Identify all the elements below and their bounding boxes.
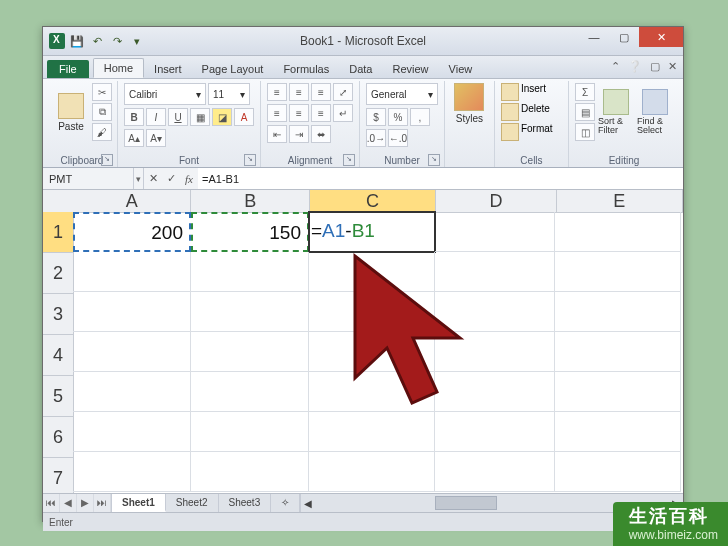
select-all-button[interactable] [43, 190, 74, 213]
cell-B1[interactable]: 150 [191, 212, 309, 252]
prev-sheet-icon[interactable]: ◀ [60, 494, 77, 512]
cell-A6[interactable] [73, 412, 191, 452]
save-icon[interactable]: 💾 [69, 33, 85, 49]
maximize-button[interactable]: ▢ [609, 27, 639, 47]
border-button[interactable]: ▦ [190, 108, 210, 126]
increase-decimal-button[interactable]: .0→ [366, 129, 386, 147]
mdi-close-icon[interactable]: ✕ [668, 60, 677, 73]
cell-C2[interactable] [309, 252, 435, 292]
styles-button[interactable]: Styles [451, 83, 488, 124]
name-box-input[interactable] [43, 173, 133, 185]
comma-button[interactable]: , [410, 108, 430, 126]
autosum-button[interactable]: Σ [575, 83, 595, 101]
cells-grid[interactable]: 200150=A1-B1 [73, 212, 683, 492]
cancel-formula-icon[interactable]: ✕ [144, 172, 162, 185]
row-header-1[interactable]: 1 [43, 212, 73, 253]
cut-button[interactable]: ✂ [92, 83, 112, 101]
tab-file[interactable]: File [47, 60, 89, 78]
decrease-indent-button[interactable]: ⇤ [267, 125, 287, 143]
delete-cells-button[interactable]: Delete [521, 103, 550, 121]
fill-color-button[interactable]: ◪ [212, 108, 232, 126]
copy-button[interactable]: ⧉ [92, 103, 112, 121]
cell-E1[interactable] [555, 212, 681, 252]
cell-C5[interactable] [309, 372, 435, 412]
decrease-decimal-button[interactable]: ←.0 [388, 129, 408, 147]
increase-font-button[interactable]: A▴ [124, 129, 144, 147]
minimize-ribbon-icon[interactable]: ⌃ [611, 60, 620, 73]
mdi-restore-icon[interactable]: ▢ [650, 60, 660, 73]
cell-C6[interactable] [309, 412, 435, 452]
bold-button[interactable]: B [124, 108, 144, 126]
align-center-button[interactable]: ≡ [289, 104, 309, 122]
sheet-area[interactable]: ABCDE 1234567 200150=A1-B1 [43, 190, 683, 493]
paste-button[interactable]: Paste [53, 93, 89, 132]
tab-home[interactable]: Home [93, 58, 144, 78]
cell-D6[interactable] [435, 412, 555, 452]
minimize-button[interactable]: — [579, 27, 609, 47]
col-header-A[interactable]: A [73, 190, 191, 212]
cell-B4[interactable] [191, 332, 309, 372]
format-painter-button[interactable]: 🖌 [92, 123, 112, 141]
insert-function-icon[interactable]: fx [180, 173, 198, 185]
align-bottom-button[interactable]: ≡ [311, 83, 331, 101]
cell-E6[interactable] [555, 412, 681, 452]
cell-D4[interactable] [435, 332, 555, 372]
close-button[interactable]: ✕ [639, 27, 683, 47]
row-header-4[interactable]: 4 [43, 335, 73, 376]
row-header-7[interactable]: 7 [43, 458, 73, 493]
col-header-D[interactable]: D [436, 190, 556, 212]
enter-formula-icon[interactable]: ✓ [162, 172, 180, 185]
cell-C4[interactable] [309, 332, 435, 372]
align-right-button[interactable]: ≡ [311, 104, 331, 122]
cell-A3[interactable] [73, 292, 191, 332]
alignment-dialog-icon[interactable]: ↘ [343, 154, 355, 166]
orientation-button[interactable]: ⤢ [333, 83, 353, 101]
undo-icon[interactable]: ↶ [89, 33, 105, 49]
cell-B2[interactable] [191, 252, 309, 292]
fill-button[interactable]: ▤ [575, 103, 595, 121]
redo-icon[interactable]: ↷ [109, 33, 125, 49]
decrease-font-button[interactable]: A▾ [146, 129, 166, 147]
align-top-button[interactable]: ≡ [267, 83, 287, 101]
h-scroll-thumb[interactable] [435, 496, 497, 510]
clipboard-dialog-icon[interactable]: ↘ [101, 154, 113, 166]
font-name-combo[interactable]: Calibri▾ [124, 83, 206, 105]
tab-view[interactable]: View [439, 60, 483, 78]
qat-more-icon[interactable]: ▾ [129, 33, 145, 49]
sheet-tab-1[interactable]: Sheet1 [112, 494, 166, 512]
insert-cells-button[interactable]: Insert [521, 83, 546, 101]
help-icon[interactable]: ❔ [628, 60, 642, 73]
number-format-combo[interactable]: General▾ [366, 83, 438, 105]
last-sheet-icon[interactable]: ⏭ [94, 494, 111, 512]
italic-button[interactable]: I [146, 108, 166, 126]
align-left-button[interactable]: ≡ [267, 104, 287, 122]
merge-center-button[interactable]: ⬌ [311, 125, 331, 143]
cell-C3[interactable] [309, 292, 435, 332]
cell-E4[interactable] [555, 332, 681, 372]
cell-B7[interactable] [191, 452, 309, 492]
sort-filter-button[interactable]: Sort & Filter [598, 89, 634, 135]
underline-button[interactable]: U [168, 108, 188, 126]
tab-data[interactable]: Data [339, 60, 382, 78]
cell-A2[interactable] [73, 252, 191, 292]
cell-E2[interactable] [555, 252, 681, 292]
name-box[interactable]: ▾ [43, 168, 144, 189]
tab-page-layout[interactable]: Page Layout [192, 60, 274, 78]
cell-E7[interactable] [555, 452, 681, 492]
percent-button[interactable]: % [388, 108, 408, 126]
increase-indent-button[interactable]: ⇥ [289, 125, 309, 143]
sheet-tab-2[interactable]: Sheet2 [166, 494, 219, 512]
cell-A1[interactable]: 200 [73, 212, 191, 252]
scroll-left-icon[interactable]: ◀ [301, 498, 315, 509]
font-color-button[interactable]: A [234, 108, 254, 126]
font-dialog-icon[interactable]: ↘ [244, 154, 256, 166]
col-header-C[interactable]: C [310, 190, 436, 212]
cell-D3[interactable] [435, 292, 555, 332]
wrap-text-button[interactable]: ↵ [333, 104, 353, 122]
cell-D1[interactable] [435, 212, 555, 252]
accounting-button[interactable]: $ [366, 108, 386, 126]
col-header-B[interactable]: B [191, 190, 309, 212]
first-sheet-icon[interactable]: ⏮ [43, 494, 60, 512]
cell-D5[interactable] [435, 372, 555, 412]
tab-review[interactable]: Review [382, 60, 438, 78]
